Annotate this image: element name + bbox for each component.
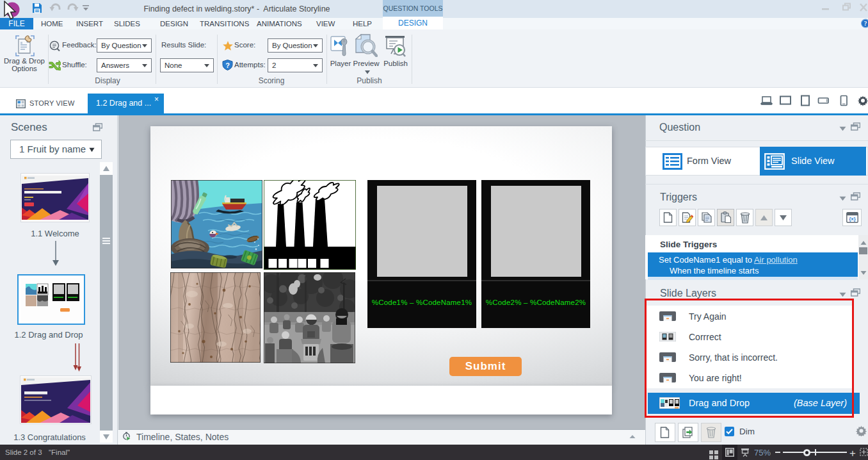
svg-text:?: ? xyxy=(864,20,867,27)
svg-text:{x}: {x} xyxy=(849,216,856,222)
svg-text:?: ? xyxy=(225,62,230,69)
